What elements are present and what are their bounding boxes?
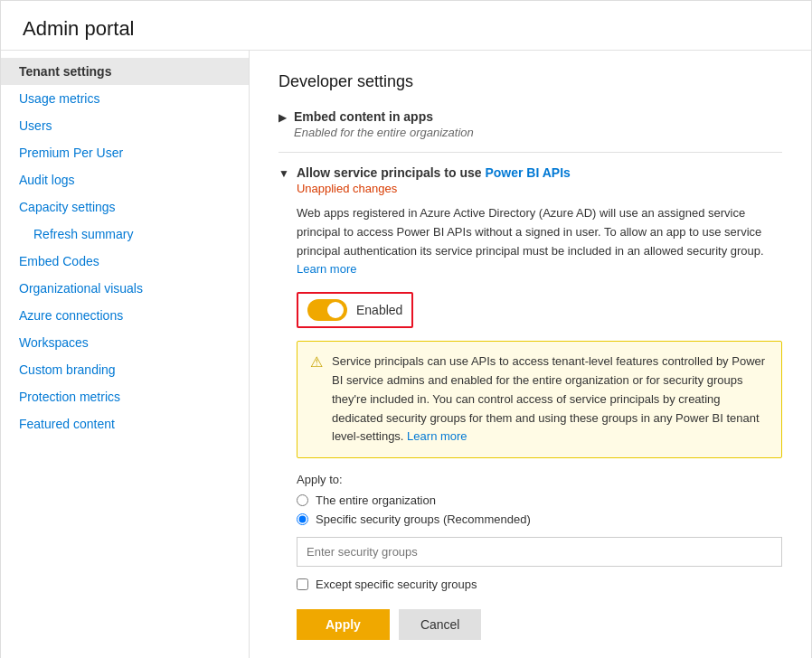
sidebar-label-refresh-summary: Refresh summary [33, 227, 133, 241]
radio-label-entire-org[interactable]: The entire organization [316, 494, 436, 507]
warning-learn-more-link[interactable]: Learn more [407, 429, 467, 443]
app-container: Admin portal Tenant settings Usage metri… [0, 0, 812, 658]
sidebar-label-audit-logs: Audit logs [19, 173, 74, 187]
apply-button[interactable]: Apply [297, 609, 390, 640]
sidebar: Tenant settings Usage metrics Users Prem… [1, 51, 250, 658]
toggle-slider [307, 299, 347, 321]
sidebar-item-usage-metrics[interactable]: Usage metrics [1, 85, 249, 112]
service-principals-body: Web apps registered in Azure Active Dire… [297, 204, 782, 640]
sidebar-item-premium-per-user[interactable]: Premium Per User [1, 139, 249, 166]
divider-1 [279, 152, 782, 153]
sidebar-item-custom-branding[interactable]: Custom branding [1, 356, 249, 383]
radio-entire-org[interactable] [297, 494, 308, 506]
radio-group: The entire organization Specific securit… [297, 494, 782, 526]
service-principals-subtitle: Unapplied changes [297, 182, 571, 195]
radio-specific-groups[interactable] [297, 513, 308, 525]
description-learn-more-link[interactable]: Learn more [297, 262, 356, 276]
app-header: Admin portal [1, 1, 811, 51]
checkbox-row: Except specific security groups [297, 578, 782, 591]
embed-title-group: Embed content in apps Enabled for the en… [294, 109, 474, 139]
except-groups-label[interactable]: Except specific security groups [316, 578, 477, 591]
sidebar-label-premium-per-user: Premium Per User [19, 146, 123, 160]
sidebar-label-tenant-settings: Tenant settings [19, 64, 111, 79]
sidebar-label-usage-metrics: Usage metrics [19, 91, 99, 106]
sidebar-item-users[interactable]: Users [1, 112, 249, 139]
toggle-label: Enabled [356, 303, 402, 317]
warning-icon: ⚠ [310, 353, 323, 446]
toggle-switch[interactable] [307, 299, 347, 321]
section-title: Developer settings [279, 72, 782, 91]
sidebar-item-tenant-settings[interactable]: Tenant settings [1, 58, 249, 85]
sidebar-item-capacity-settings[interactable]: Capacity settings [1, 193, 249, 221]
app-title: Admin portal [23, 17, 789, 41]
service-principals-arrow[interactable]: ▼ [279, 167, 289, 180]
radio-label-specific-groups[interactable]: Specific security groups (Recommended) [316, 512, 531, 526]
sidebar-label-custom-branding: Custom branding [19, 362, 116, 377]
sidebar-label-embed-codes: Embed Codes [19, 254, 99, 268]
setting-embed-header: ▶ Embed content in apps Enabled for the … [279, 109, 782, 139]
setting-service-principals: ▼ Allow service principals to use Power … [279, 165, 782, 640]
sidebar-item-refresh-summary[interactable]: Refresh summary [1, 221, 249, 248]
service-principals-header: ▼ Allow service principals to use Power … [279, 165, 782, 195]
button-row: Apply Cancel [297, 609, 782, 640]
radio-row-specific-groups: Specific security groups (Recommended) [297, 512, 782, 526]
embed-content-title: Embed content in apps [294, 109, 474, 124]
sidebar-label-azure-connections: Azure connections [19, 308, 123, 323]
sidebar-item-protection-metrics[interactable]: Protection metrics [1, 383, 249, 410]
sidebar-label-featured-content: Featured content [19, 417, 115, 431]
apply-to-label: Apply to: [297, 473, 782, 486]
sidebar-item-featured-content[interactable]: Featured content [1, 410, 249, 437]
sidebar-label-workspaces: Workspaces [19, 335, 89, 350]
sidebar-label-users: Users [19, 118, 52, 133]
service-principals-title: Allow service principals to use Power BI… [297, 165, 571, 180]
cancel-button[interactable]: Cancel [399, 609, 482, 640]
title-prefix: Allow service principals to use [297, 165, 486, 180]
title-highlight: Power BI APIs [485, 165, 570, 180]
service-principals-description: Web apps registered in Azure Active Dire… [297, 204, 782, 279]
warning-text-content: Service principals can use APIs to acces… [332, 354, 765, 443]
main-content: Developer settings ▶ Embed content in ap… [250, 51, 811, 658]
sidebar-item-embed-codes[interactable]: Embed Codes [1, 248, 249, 275]
embed-content-arrow[interactable]: ▶ [279, 111, 287, 124]
sidebar-item-audit-logs[interactable]: Audit logs [1, 166, 249, 193]
warning-text: Service principals can use APIs to acces… [332, 352, 769, 446]
description-text: Web apps registered in Azure Active Dire… [297, 206, 764, 258]
warning-box: ⚠ Service principals can use APIs to acc… [297, 341, 782, 458]
setting-embed-content: ▶ Embed content in apps Enabled for the … [279, 109, 782, 139]
sidebar-label-protection-metrics: Protection metrics [19, 390, 120, 404]
radio-row-entire-org: The entire organization [297, 494, 782, 507]
learn-more-text: Learn more [297, 262, 356, 276]
service-principals-title-group: Allow service principals to use Power BI… [297, 165, 571, 195]
toggle-row: Enabled [297, 292, 413, 328]
except-groups-checkbox[interactable] [297, 578, 308, 590]
sidebar-item-org-visuals[interactable]: Organizational visuals [1, 275, 249, 302]
security-groups-input[interactable] [297, 537, 782, 567]
sidebar-label-capacity-settings: Capacity settings [19, 200, 116, 214]
sidebar-item-azure-connections[interactable]: Azure connections [1, 302, 249, 329]
embed-content-subtitle: Enabled for the entire organization [294, 126, 474, 139]
warning-learn-more-text: Learn more [407, 429, 467, 443]
sidebar-label-org-visuals: Organizational visuals [19, 281, 143, 296]
app-body: Tenant settings Usage metrics Users Prem… [1, 51, 811, 658]
sidebar-item-workspaces[interactable]: Workspaces [1, 329, 249, 356]
